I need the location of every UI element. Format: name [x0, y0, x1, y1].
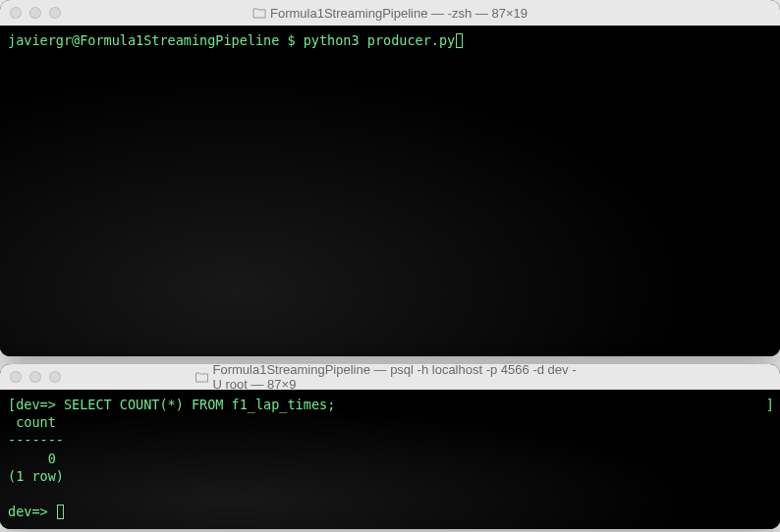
maximize-icon[interactable] [49, 371, 61, 383]
maximize-icon[interactable] [49, 7, 61, 19]
output-divider: ------- [8, 432, 64, 448]
window-title: Formula1StreamingPipeline — psql -h loca… [195, 364, 585, 392]
psql-prompt: dev=> [8, 504, 56, 519]
sql-query: SELECT COUNT(*) FROM f1_lap_times; [64, 397, 335, 412]
psql-prompt: dev=> [16, 397, 64, 412]
output-value: 0 [8, 451, 56, 466]
terminal-window-top: Formula1StreamingPipeline — -zsh — 87×19… [0, 0, 780, 356]
title-bar[interactable]: Formula1StreamingPipeline — psql -h loca… [0, 364, 780, 390]
shell-prompt: javiergr@Formula1StreamingPipeline $ [8, 32, 304, 48]
open-bracket: [ [8, 397, 16, 412]
title-label: Formula1StreamingPipeline — psql -h loca… [213, 364, 585, 392]
command-text: python3 producer.py [304, 32, 455, 48]
cursor-icon [456, 33, 463, 48]
window-title: Formula1StreamingPipeline — -zsh — 87×19 [252, 6, 528, 21]
title-bar[interactable]: Formula1StreamingPipeline — -zsh — 87×19 [0, 0, 780, 26]
output-header: count [8, 414, 64, 430]
close-icon[interactable] [10, 7, 22, 19]
traffic-lights [10, 371, 61, 383]
title-label: Formula1StreamingPipeline — -zsh — 87×19 [270, 6, 528, 21]
folder-icon [195, 371, 209, 383]
folder-icon [252, 7, 266, 19]
minimize-icon[interactable] [29, 371, 41, 383]
close-icon[interactable] [10, 371, 22, 383]
cursor-icon [57, 505, 64, 519]
output-footer: (1 row) [8, 468, 64, 484]
traffic-lights [10, 7, 61, 19]
minimize-icon[interactable] [29, 7, 41, 19]
terminal-window-bottom: Formula1StreamingPipeline — psql -h loca… [0, 364, 780, 529]
terminal-body[interactable]: [dev=> SELECT COUNT(*) FROM f1_lap_times… [0, 390, 780, 529]
terminal-body[interactable]: javiergr@Formula1StreamingPipeline $ pyt… [0, 26, 780, 356]
close-bracket: ] [766, 396, 774, 413]
